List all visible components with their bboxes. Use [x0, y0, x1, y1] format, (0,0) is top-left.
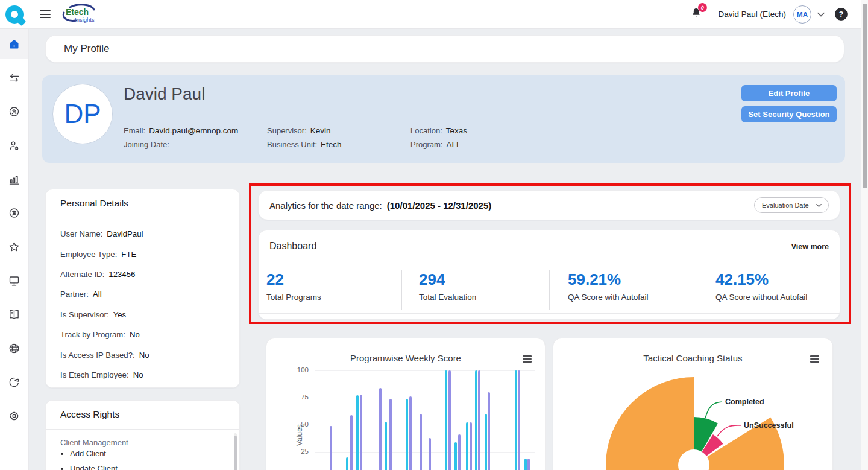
main-content: My Profile DP David Paul Email:David.pau… — [29, 29, 861, 470]
sidebar-item-quality-badge[interactable] — [0, 198, 28, 228]
user-avatar[interactable]: MA — [793, 5, 811, 24]
dashboard-summary-card: Dashboard View more 22Total Programs294T… — [258, 230, 840, 320]
field-value: Kevin — [310, 126, 331, 135]
bar-series-cyan — [356, 395, 359, 470]
field-value: David.paul@emnop.com — [149, 126, 238, 135]
y-axis-tick: 75 — [283, 393, 309, 401]
bar-series-purple — [389, 399, 392, 470]
bar-series-purple — [518, 370, 520, 470]
analytics-range-label: Analytics for the date range: — [269, 200, 382, 211]
chart-menu-icon[interactable] — [523, 354, 532, 364]
globe-icon — [8, 342, 20, 355]
bar-series-cyan — [346, 457, 348, 470]
sidebar-item-globe[interactable] — [0, 333, 28, 363]
divider — [46, 429, 239, 430]
bar-series-cyan — [406, 399, 408, 470]
stat-label: Total Programs — [266, 293, 321, 302]
sidebar-item-pie[interactable] — [0, 367, 28, 397]
bar-series-purple — [527, 459, 530, 470]
detail-value: All — [93, 290, 102, 299]
profile-fields: Email:David.paul@emnop.comSupervisor:Kev… — [124, 126, 591, 149]
pie-chart-title: Tactical Coaching Status — [553, 353, 832, 363]
stat-label: QA Score with Autofail — [568, 293, 649, 302]
access-rights-title: Access Rights — [60, 409, 119, 422]
bar-series-cyan — [524, 459, 527, 470]
pie-slice-label: UnSuccessful — [744, 421, 794, 430]
dashboard-stat: 294Total Evaluation — [419, 270, 476, 302]
y-axis-tick: 50 — [283, 421, 309, 428]
set-security-question-button[interactable]: Set Security Question — [741, 106, 837, 122]
notifications-button[interactable]: 0 — [690, 7, 702, 22]
detail-value: DavidPaul — [107, 229, 143, 238]
view-more-link[interactable]: View more — [791, 243, 829, 251]
bar-series-purple — [488, 392, 490, 470]
bar-series-cyan — [485, 414, 487, 470]
detail-value: Yes — [113, 310, 127, 319]
page-title: My Profile — [64, 43, 110, 55]
callout-line — [705, 402, 722, 418]
profile-field: Business Unit:Etech — [267, 140, 410, 149]
bar-series-purple — [379, 388, 382, 470]
sidebar-item-monitor[interactable] — [0, 265, 28, 296]
pie-plot-area: CompletedUnSuccessful — [553, 363, 834, 470]
sidebar-item-home[interactable] — [0, 29, 28, 59]
sidebar-item-coach-badge[interactable] — [0, 97, 28, 127]
stat-value: 294 — [419, 270, 476, 288]
stat-divider — [703, 270, 703, 310]
detail-value: No — [130, 330, 140, 339]
sidebar-item-bar-chart[interactable] — [0, 164, 28, 194]
bar-series-purple — [478, 370, 480, 470]
pie-icon — [8, 376, 20, 389]
sidebar-item-swap-arrows[interactable] — [0, 63, 28, 93]
dropdown-chevron-icon — [816, 203, 822, 208]
sidebar-item-star[interactable] — [0, 232, 28, 262]
coach-badge-icon — [8, 106, 20, 118]
detail-value: 123456 — [108, 270, 135, 279]
field-value: Texas — [446, 126, 467, 135]
edit-profile-button[interactable]: Edit Profile — [741, 85, 837, 101]
help-button[interactable]: ? — [835, 8, 848, 21]
access-rights-scrollbar-thumb[interactable] — [234, 436, 237, 470]
user-settings-icon — [8, 139, 20, 152]
stat-divider — [549, 270, 550, 310]
detail-label: Is Supervisor: — [60, 310, 109, 319]
dashboard-stat: 59.21%QA Score with Autofail — [568, 270, 649, 302]
field-label: Email: — [124, 126, 145, 135]
bar-series-cyan — [445, 370, 447, 470]
pie-slice-label: Completed — [725, 398, 764, 406]
etech-insights-logo: Etech Insights — [60, 3, 98, 26]
date-type-selected: Evaluation Date — [762, 202, 809, 209]
bar-series-cyan — [515, 370, 517, 470]
pie-slice-in-progress — [606, 377, 694, 470]
date-type-dropdown[interactable]: Evaluation Date — [754, 197, 829, 213]
detail-value: No — [133, 370, 143, 379]
app-logo[interactable] — [0, 0, 29, 29]
page-scrollbar-thumb[interactable] — [863, 4, 867, 188]
access-right-item: Update Client — [70, 464, 118, 470]
sidebar-item-settings[interactable] — [0, 401, 28, 431]
bar-series-purple — [330, 426, 332, 470]
bar-series-purple — [470, 422, 472, 470]
personal-detail-row: Track by Program:No — [60, 325, 230, 345]
profile-field: Joining Date: — [124, 140, 267, 149]
bar-series-purple — [420, 414, 422, 470]
page-title-card: My Profile — [45, 35, 844, 63]
chevron-down-icon[interactable] — [817, 11, 825, 18]
bar-series-purple — [409, 396, 412, 470]
sidebar-item-open-book[interactable] — [0, 299, 28, 329]
sidebar-item-user-settings[interactable] — [0, 130, 28, 160]
profile-name: David Paul — [124, 84, 205, 104]
analytics-range-card: Analytics for the date range: (10/01/202… — [258, 190, 840, 220]
monitor-icon — [8, 275, 20, 287]
profile-field: Program:ALL — [410, 140, 591, 149]
field-label: Location: — [410, 126, 442, 135]
detail-label: Is Access IP Based?: — [60, 351, 135, 360]
field-value: Etech — [321, 140, 342, 149]
menu-toggle-icon[interactable] — [40, 8, 52, 21]
top-bar: Etech Insights 0 David Paul (Etech) MA ? — [0, 0, 861, 29]
stat-value: 22 — [266, 270, 321, 288]
personal-detail-row: Employee Type:FTE — [60, 244, 230, 264]
dashboard-title: Dashboard — [269, 241, 316, 252]
personal-details-title: Personal Details — [60, 198, 128, 211]
bar-series-cyan — [475, 370, 477, 470]
